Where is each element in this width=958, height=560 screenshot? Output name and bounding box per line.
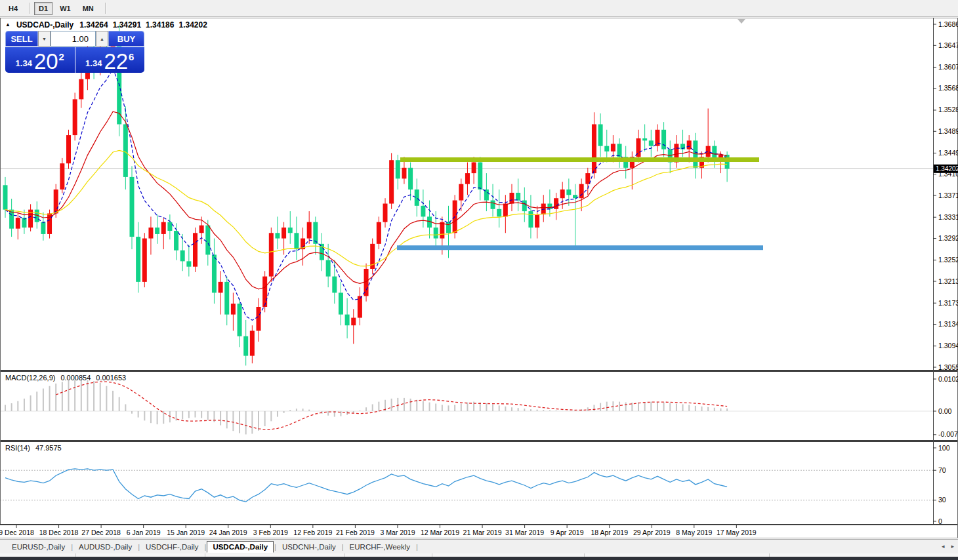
sell-price-prefix: 1.34 bbox=[16, 58, 32, 68]
ohlc-close: 1.34202 bbox=[178, 20, 207, 30]
tab-scroll-left-icon[interactable]: ◂ bbox=[942, 543, 945, 550]
sell-price-pip: 2 bbox=[59, 51, 64, 62]
svg-text:1.31340: 1.31340 bbox=[938, 320, 958, 328]
svg-text:0.00: 0.00 bbox=[938, 407, 952, 415]
rsi-value: 47.9575 bbox=[35, 444, 62, 452]
volume-decrease-button[interactable]: ▼ bbox=[38, 31, 51, 47]
timeframe-button-w1[interactable]: W1 bbox=[55, 2, 75, 15]
svg-text:1.34890: 1.34890 bbox=[938, 127, 958, 135]
svg-text:12 Mar 2019: 12 Mar 2019 bbox=[421, 529, 459, 536]
svg-text:100: 100 bbox=[938, 444, 950, 452]
svg-text:24 Jan 2019: 24 Jan 2019 bbox=[209, 529, 247, 536]
svg-text:8 May 2019: 8 May 2019 bbox=[676, 529, 712, 536]
svg-text:0.010229: 0.010229 bbox=[938, 375, 958, 383]
macd-indicator-label: MACD(12,26,9) 0.000854 0.001653 bbox=[5, 374, 126, 382]
svg-text:1.32520: 1.32520 bbox=[938, 256, 958, 264]
chart-tab-eurusd-daily[interactable]: EURUSD-,Daily bbox=[7, 542, 70, 552]
svg-text:3 Mar 2019: 3 Mar 2019 bbox=[380, 529, 415, 536]
svg-text:6 Jan 2019: 6 Jan 2019 bbox=[127, 529, 161, 536]
timeframe-button-d1[interactable]: D1 bbox=[34, 2, 52, 15]
svg-text:70: 70 bbox=[938, 466, 946, 474]
svg-text:29 Apr 2019: 29 Apr 2019 bbox=[633, 529, 671, 536]
svg-text:9 Apr 2019: 9 Apr 2019 bbox=[551, 529, 584, 536]
collapse-icon[interactable]: ▲ bbox=[5, 22, 10, 28]
chart-canvas[interactable]: 1.368601.364701.360701.356801.352801.348… bbox=[0, 0, 958, 560]
svg-text:1.32920: 1.32920 bbox=[938, 234, 958, 242]
sell-button[interactable]: SELL bbox=[5, 31, 38, 47]
taskbar-edge bbox=[0, 557, 958, 560]
buy-price-pip: 6 bbox=[129, 51, 134, 62]
svg-text:12 Feb 2019: 12 Feb 2019 bbox=[293, 529, 332, 536]
buy-button[interactable]: BUY bbox=[108, 31, 144, 47]
volume-input[interactable]: 1.00 bbox=[51, 31, 96, 47]
tab-separator: | bbox=[205, 543, 207, 551]
svg-text:1.30940: 1.30940 bbox=[938, 342, 958, 350]
chart-tab-eurchf-weekly[interactable]: EURCHF-,Weekly bbox=[344, 542, 415, 552]
svg-text:17 May 2019: 17 May 2019 bbox=[717, 529, 757, 536]
ohlc-high: 1.34291 bbox=[113, 20, 141, 30]
tab-scroll-right-icon[interactable]: ▸ bbox=[951, 543, 954, 550]
svg-text:18 Dec 2018: 18 Dec 2018 bbox=[39, 529, 79, 536]
svg-text:1.36470: 1.36470 bbox=[938, 41, 958, 49]
toolbar-separator bbox=[105, 3, 106, 14]
symbol-title: USDCAD-,Daily bbox=[16, 20, 73, 30]
svg-text:27 Dec 2018: 27 Dec 2018 bbox=[81, 529, 121, 536]
svg-text:1.35280: 1.35280 bbox=[938, 106, 958, 113]
timeframe-button-mn[interactable]: MN bbox=[78, 2, 98, 15]
macd-signal-value: 0.001653 bbox=[96, 374, 126, 382]
chart-tab-bar: EURUSD-,Daily|AUDUSD-,Daily|USDCHF-,Dail… bbox=[0, 539, 958, 553]
svg-text:15 Jan 2019: 15 Jan 2019 bbox=[167, 529, 205, 536]
chart-title: ▲ USDCAD-,Daily 1.34264 1.34291 1.34186 … bbox=[5, 20, 207, 30]
tab-separator: | bbox=[342, 543, 344, 551]
chart-tab-usdcnh-daily[interactable]: USDCNH-,Daily bbox=[277, 542, 341, 552]
timeframe-button-h4[interactable]: H4 bbox=[4, 2, 22, 15]
svg-text:1.33310: 1.33310 bbox=[938, 213, 958, 221]
svg-text:1.33710: 1.33710 bbox=[938, 191, 958, 199]
terminal-window: H4D1W1MN 1.368601.364701.360701.356801.3… bbox=[0, 0, 958, 560]
svg-text:1.34490: 1.34490 bbox=[938, 149, 958, 157]
svg-text:9 Dec 2018: 9 Dec 2018 bbox=[0, 529, 34, 536]
ohlc-open: 1.34264 bbox=[79, 20, 108, 30]
chart-tab-audusd-daily[interactable]: AUDUSD-,Daily bbox=[73, 542, 137, 552]
tab-separator: | bbox=[71, 543, 73, 551]
chart-tab-usdcad-daily[interactable]: USDCAD-,Daily bbox=[207, 541, 274, 553]
volume-increase-button[interactable]: ▲ bbox=[96, 31, 108, 47]
rsi-label: RSI(14) bbox=[5, 444, 30, 452]
svg-text:21 Mar 2019: 21 Mar 2019 bbox=[463, 529, 502, 536]
sell-price-big: 20 bbox=[34, 52, 58, 71]
svg-text:1.31730: 1.31730 bbox=[938, 299, 958, 307]
toolbar-separator bbox=[29, 3, 30, 14]
one-click-trading-panel: SELL ▼ 1.00 ▲ BUY 1.34 20 2 1.34 22 6 bbox=[5, 31, 144, 73]
buy-price-button[interactable]: 1.34 22 6 bbox=[75, 47, 145, 73]
svg-text:1.36860: 1.36860 bbox=[938, 20, 958, 28]
svg-text:1.30550: 1.30550 bbox=[938, 363, 958, 371]
svg-text:30: 30 bbox=[938, 496, 946, 504]
svg-text:21 Feb 2019: 21 Feb 2019 bbox=[336, 529, 375, 536]
svg-text:1.36070: 1.36070 bbox=[938, 63, 958, 71]
svg-text:1.34202: 1.34202 bbox=[936, 165, 958, 172]
svg-text:1.35680: 1.35680 bbox=[938, 84, 958, 92]
timeframe-toolbar: H4D1W1MN bbox=[0, 0, 958, 17]
tab-separator: | bbox=[138, 543, 140, 551]
svg-text:-0.007477: -0.007477 bbox=[938, 430, 958, 438]
rsi-indicator-label: RSI(14) 47.9575 bbox=[5, 444, 62, 452]
macd-label: MACD(12,26,9) bbox=[5, 374, 55, 382]
sell-price-button[interactable]: 1.34 20 2 bbox=[5, 47, 75, 73]
svg-text:31 Mar 2019: 31 Mar 2019 bbox=[505, 529, 544, 536]
chart-tab-usdchf-daily[interactable]: USDCHF-,Daily bbox=[140, 542, 204, 552]
macd-main-value: 0.000854 bbox=[60, 374, 91, 382]
tab-separator: | bbox=[416, 543, 418, 551]
buy-price-prefix: 1.34 bbox=[85, 58, 102, 68]
tab-separator: | bbox=[274, 543, 276, 551]
buy-price-big: 22 bbox=[104, 52, 128, 71]
svg-text:18 Apr 2019: 18 Apr 2019 bbox=[591, 529, 628, 536]
svg-text:3 Feb 2019: 3 Feb 2019 bbox=[253, 529, 288, 536]
svg-text:1.32130: 1.32130 bbox=[938, 277, 958, 285]
svg-text:0: 0 bbox=[938, 517, 942, 525]
ohlc-low: 1.34186 bbox=[146, 20, 174, 30]
